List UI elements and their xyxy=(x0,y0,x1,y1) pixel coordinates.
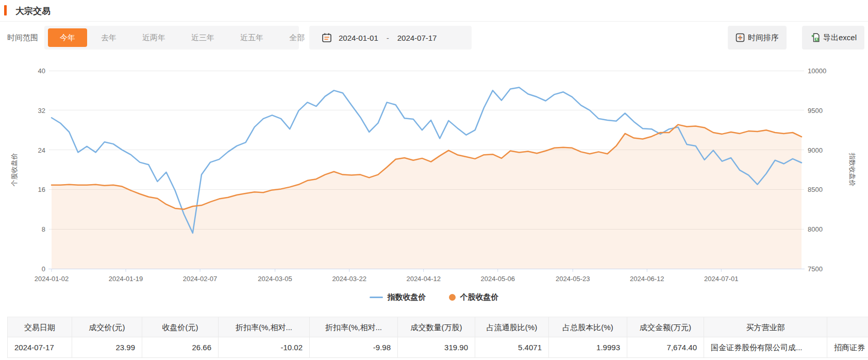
x-tick-label: 2024-07-01 xyxy=(704,275,739,283)
table-header-cell-7: 占总股本比(%) xyxy=(549,317,627,337)
y-tick-label-right: 7500 xyxy=(808,265,823,273)
y-tick-label-right: 8500 xyxy=(808,186,823,193)
x-tick-label: 2024-01-19 xyxy=(109,275,143,283)
sort-button-label: 时间排序 xyxy=(748,33,779,43)
title-accent-bar xyxy=(4,5,7,15)
sort-icon xyxy=(736,33,745,42)
y-tick-label-right: 9500 xyxy=(808,107,823,114)
date-end[interactable]: 2024-07-17 xyxy=(397,34,437,42)
table-cell: 26.66 xyxy=(142,337,219,358)
y-axis-title-right: 指数收盘价 xyxy=(848,153,856,187)
table-header-cell-1: 成交价(元) xyxy=(72,317,142,337)
date-separator: - xyxy=(387,34,389,42)
table-cell: 国金证券股份有限公司成... xyxy=(704,337,827,358)
export-excel-button[interactable]: x 导出excel xyxy=(802,26,864,50)
page-title: 大宗交易 xyxy=(15,5,51,17)
x-tick-label: 2024-01-02 xyxy=(35,275,69,283)
title-bar: 大宗交易 xyxy=(0,0,868,22)
stock-series-area xyxy=(52,125,802,269)
table-cell: 319.90 xyxy=(398,337,475,358)
x-tick-label: 2024-03-05 xyxy=(258,275,292,283)
y-tick-label-left: 24 xyxy=(38,146,45,154)
x-tick-label: 2024-05-23 xyxy=(556,275,590,283)
table-header-cell-0: 交易日期 xyxy=(7,317,72,337)
table-cell: 5.4071 xyxy=(475,337,549,358)
y-tick-label-left: 32 xyxy=(38,107,45,114)
y-tick-label-left: 8 xyxy=(42,225,45,233)
x-tick-label: 2024-04-12 xyxy=(406,275,441,283)
stock-series-line xyxy=(52,125,802,209)
table-cell: 23.99 xyxy=(72,337,142,358)
y-axis-title-left: 个股收盘价 xyxy=(10,153,18,187)
legend-item-stock-close[interactable]: 个股收盘价 xyxy=(449,292,499,302)
x-tick-label: 2024-05-06 xyxy=(480,275,515,283)
table-cell: 2024-07-17 xyxy=(7,337,72,358)
legend-label-index-close: 指数收盘价 xyxy=(388,292,426,302)
block-trade-page: 大宗交易 时间范围 今年去年近两年近三年近五年全部 2024-01-01 - 2… xyxy=(0,0,868,360)
time-range-label: 时间范围 xyxy=(7,25,38,51)
calendar-icon xyxy=(322,32,332,43)
table-header-cell-10 xyxy=(827,317,868,337)
chart-legend: 指数收盘价 个股收盘价 xyxy=(0,292,868,302)
y-tick-label-right: 8000 xyxy=(808,225,823,233)
legend-item-index-close[interactable]: 指数收盘价 xyxy=(370,292,426,302)
time-range-option-3[interactable]: 近三年 xyxy=(179,28,226,47)
controls-row: 时间范围 今年去年近两年近三年近五年全部 2024-01-01 - 2024-0… xyxy=(0,25,868,51)
table-header-row: 交易日期成交价(元)收盘价(元)折扣率(%,相对...折扣率(%,相对...成交… xyxy=(7,317,868,337)
trades-table: 交易日期成交价(元)收盘价(元)折扣率(%,相对...折扣率(%,相对...成交… xyxy=(7,317,868,358)
table-header-cell-2: 收盘价(元) xyxy=(142,317,219,337)
date-range-picker[interactable]: 2024-01-01 - 2024-07-17 xyxy=(309,26,472,50)
y-tick-label-right: 10000 xyxy=(808,67,826,75)
y-tick-label-left: 40 xyxy=(38,67,45,75)
sort-by-time-button[interactable]: 时间排序 xyxy=(728,26,787,50)
index-series-line xyxy=(52,88,802,233)
time-range-option-2[interactable]: 近两年 xyxy=(130,28,177,47)
x-tick-label: 2024-02-07 xyxy=(183,275,218,283)
x-tick-label: 2024-03-22 xyxy=(332,275,366,283)
x-tick-label: 2024-06-12 xyxy=(630,275,664,283)
export-button-label: 导出excel xyxy=(823,33,857,43)
y-tick-label-right: 9000 xyxy=(808,146,823,154)
y-tick-label-left: 16 xyxy=(38,186,45,193)
table-header-cell-6: 占流通股比(%) xyxy=(475,317,549,337)
table-header-cell-3: 折扣率(%,相对... xyxy=(219,317,310,337)
excel-export-icon: x xyxy=(810,32,820,43)
table-header-cell-5: 成交数量(万股) xyxy=(398,317,475,337)
y-tick-label-left: 0 xyxy=(42,265,45,273)
date-start[interactable]: 2024-01-01 xyxy=(339,34,378,42)
stock-series-legend-marker xyxy=(449,294,456,301)
legend-label-stock-close: 个股收盘价 xyxy=(460,292,499,302)
table-row: 2024-07-1723.9926.66-10.02-9.98319.905.4… xyxy=(7,337,868,358)
table-cell: -9.98 xyxy=(310,337,398,358)
time-range-option-4[interactable]: 近五年 xyxy=(228,28,275,47)
time-range-option-0[interactable]: 今年 xyxy=(48,28,87,47)
time-range-option-1[interactable]: 去年 xyxy=(89,28,128,47)
time-range-group: 今年去年近两年近三年近五年全部 xyxy=(44,26,299,50)
table-header-cell-9: 买方营业部 xyxy=(704,317,827,337)
table-header-cell-8: 成交金额(万元) xyxy=(627,317,704,337)
table-header-cell-4: 折扣率(%,相对... xyxy=(310,317,398,337)
table-cell: -10.02 xyxy=(219,337,310,358)
table-cell: 1.9993 xyxy=(549,337,627,358)
table-cell: 招商证券 xyxy=(827,337,868,358)
index-series-legend-marker xyxy=(370,297,383,298)
table-cell: 7,674.40 xyxy=(627,337,704,358)
svg-text:x: x xyxy=(816,37,818,41)
price-chart: 40100003295002490001685008800007500个股收盘价… xyxy=(0,51,868,289)
